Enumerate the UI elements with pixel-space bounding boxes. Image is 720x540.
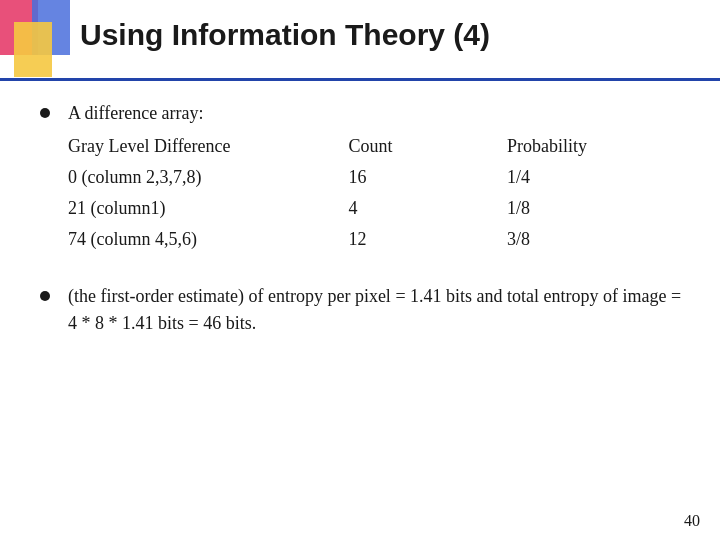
diff-table-body: 0 (column 2,3,7,8) 16 1/4 21 (column1) 4… [68,162,690,255]
slide-container: Using Information Theory (4) A differenc… [0,0,720,540]
accent-yellow [14,22,52,77]
table-row: 0 (column 2,3,7,8) 16 1/4 [68,162,690,193]
page-number: 40 [684,512,700,530]
row2-count: 4 [349,193,508,224]
accent-line [0,78,720,81]
row1-count: 16 [349,162,508,193]
bullet-1-content: A difference array: Gray Level Differenc… [68,100,690,255]
header-accent [0,0,70,85]
diff-table: Gray Level Difference Count Probability … [68,131,690,255]
bullet-1-section: A difference array: Gray Level Differenc… [40,100,690,255]
row3-count: 12 [349,224,508,255]
bullet-dot-2 [40,291,50,301]
row2-label: 21 (column1) [68,193,349,224]
content-area: A difference array: Gray Level Differenc… [40,100,690,500]
table-header-row: Gray Level Difference Count Probability [68,131,690,162]
row1-prob: 1/4 [507,162,690,193]
bullet-2-content: (the first-order estimate) of entropy pe… [68,283,690,337]
row3-prob: 3/8 [507,224,690,255]
bullet-dot-1 [40,108,50,118]
col-header-count: Count [349,131,508,162]
slide-title: Using Information Theory (4) [80,18,700,52]
row2-prob: 1/8 [507,193,690,224]
table-row: 74 (column 4,5,6) 12 3/8 [68,224,690,255]
bullet-2-section: (the first-order estimate) of entropy pe… [40,283,690,337]
col-header-prob: Probability [507,131,690,162]
row3-label: 74 (column 4,5,6) [68,224,349,255]
col-header-label: Gray Level Difference [68,131,349,162]
table-row: 21 (column1) 4 1/8 [68,193,690,224]
diff-array-intro: A difference array: [68,100,690,127]
row1-label: 0 (column 2,3,7,8) [68,162,349,193]
